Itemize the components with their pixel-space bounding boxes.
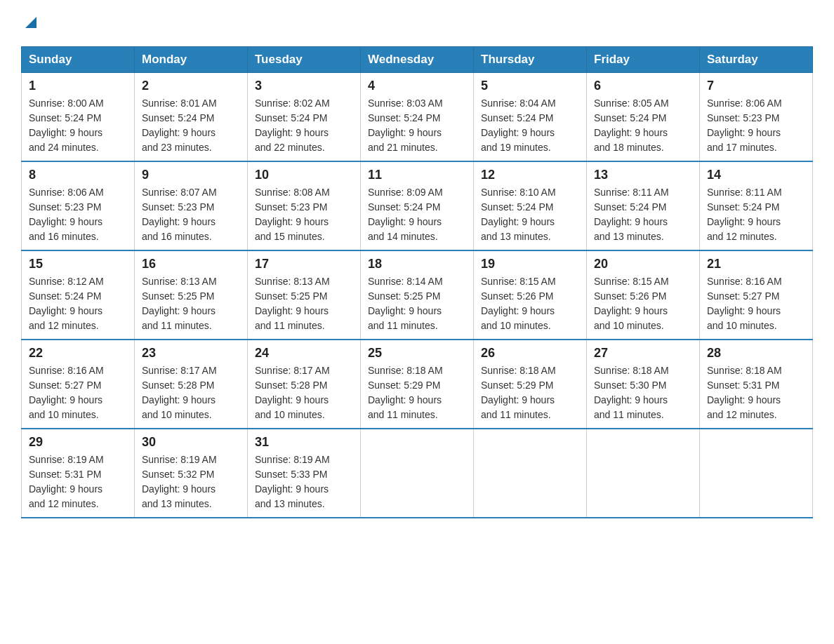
day-number: 28 [707, 346, 805, 361]
weekday-header-row: SundayMondayTuesdayWednesdayThursdayFrid… [22, 47, 813, 73]
day-info: Sunrise: 8:07 AMSunset: 5:23 PMDaylight:… [142, 185, 240, 244]
day-number: 31 [255, 435, 353, 450]
day-number: 26 [481, 346, 579, 361]
day-number: 17 [255, 257, 353, 271]
day-info: Sunrise: 8:13 AMSunset: 5:25 PMDaylight:… [255, 274, 353, 333]
day-info: Sunrise: 8:03 AMSunset: 5:24 PMDaylight:… [368, 96, 466, 155]
calendar-cell [474, 429, 587, 518]
calendar-cell [361, 429, 474, 518]
calendar-week-row: 29Sunrise: 8:19 AMSunset: 5:31 PMDayligh… [22, 429, 813, 518]
day-number: 6 [594, 79, 692, 93]
weekday-header-monday: Monday [135, 47, 248, 73]
svg-marker-0 [25, 17, 37, 28]
day-info: Sunrise: 8:01 AMSunset: 5:24 PMDaylight:… [142, 96, 240, 155]
day-number: 2 [142, 79, 240, 93]
page-header [21, 14, 813, 32]
day-info: Sunrise: 8:19 AMSunset: 5:31 PMDaylight:… [29, 452, 127, 511]
calendar-cell [700, 429, 813, 518]
calendar-cell [587, 429, 700, 518]
calendar-cell: 25Sunrise: 8:18 AMSunset: 5:29 PMDayligh… [361, 340, 474, 429]
day-number: 21 [707, 257, 805, 271]
calendar-cell: 28Sunrise: 8:18 AMSunset: 5:31 PMDayligh… [700, 340, 813, 429]
calendar-cell: 1Sunrise: 8:00 AMSunset: 5:24 PMDaylight… [22, 73, 135, 162]
day-number: 29 [29, 435, 127, 450]
day-number: 16 [142, 257, 240, 271]
calendar-week-row: 15Sunrise: 8:12 AMSunset: 5:24 PMDayligh… [22, 250, 813, 340]
day-number: 27 [594, 346, 692, 361]
calendar-cell: 26Sunrise: 8:18 AMSunset: 5:29 PMDayligh… [474, 340, 587, 429]
day-number: 18 [368, 257, 466, 271]
day-number: 19 [481, 257, 579, 271]
calendar-cell: 23Sunrise: 8:17 AMSunset: 5:28 PMDayligh… [135, 340, 248, 429]
day-number: 20 [594, 257, 692, 271]
calendar-cell: 6Sunrise: 8:05 AMSunset: 5:24 PMDaylight… [587, 73, 700, 162]
calendar-cell: 2Sunrise: 8:01 AMSunset: 5:24 PMDaylight… [135, 73, 248, 162]
day-number: 15 [29, 257, 127, 271]
day-info: Sunrise: 8:14 AMSunset: 5:25 PMDaylight:… [368, 274, 466, 333]
day-number: 1 [29, 79, 127, 93]
calendar-cell: 8Sunrise: 8:06 AMSunset: 5:23 PMDaylight… [22, 161, 135, 250]
day-info: Sunrise: 8:17 AMSunset: 5:28 PMDaylight:… [255, 363, 353, 422]
calendar-cell: 20Sunrise: 8:15 AMSunset: 5:26 PMDayligh… [587, 250, 700, 340]
calendar-cell: 15Sunrise: 8:12 AMSunset: 5:24 PMDayligh… [22, 250, 135, 340]
calendar-cell: 18Sunrise: 8:14 AMSunset: 5:25 PMDayligh… [361, 250, 474, 340]
calendar-cell: 22Sunrise: 8:16 AMSunset: 5:27 PMDayligh… [22, 340, 135, 429]
calendar-cell: 19Sunrise: 8:15 AMSunset: 5:26 PMDayligh… [474, 250, 587, 340]
weekday-header-saturday: Saturday [700, 47, 813, 73]
day-info: Sunrise: 8:18 AMSunset: 5:29 PMDaylight:… [368, 363, 466, 422]
calendar-week-row: 22Sunrise: 8:16 AMSunset: 5:27 PMDayligh… [22, 340, 813, 429]
day-info: Sunrise: 8:15 AMSunset: 5:26 PMDaylight:… [481, 274, 579, 333]
day-info: Sunrise: 8:02 AMSunset: 5:24 PMDaylight:… [255, 96, 353, 155]
day-info: Sunrise: 8:11 AMSunset: 5:24 PMDaylight:… [594, 185, 692, 244]
calendar-cell: 7Sunrise: 8:06 AMSunset: 5:23 PMDaylight… [700, 73, 813, 162]
day-number: 22 [29, 346, 127, 361]
calendar-cell: 10Sunrise: 8:08 AMSunset: 5:23 PMDayligh… [248, 161, 361, 250]
day-number: 7 [707, 79, 805, 93]
day-number: 9 [142, 168, 240, 182]
day-info: Sunrise: 8:18 AMSunset: 5:30 PMDaylight:… [594, 363, 692, 422]
calendar-cell: 27Sunrise: 8:18 AMSunset: 5:30 PMDayligh… [587, 340, 700, 429]
day-info: Sunrise: 8:05 AMSunset: 5:24 PMDaylight:… [594, 96, 692, 155]
calendar-cell: 29Sunrise: 8:19 AMSunset: 5:31 PMDayligh… [22, 429, 135, 518]
day-number: 10 [255, 168, 353, 182]
weekday-header-sunday: Sunday [22, 47, 135, 73]
calendar-cell: 3Sunrise: 8:02 AMSunset: 5:24 PMDaylight… [248, 73, 361, 162]
weekday-header-friday: Friday [587, 47, 700, 73]
calendar-week-row: 8Sunrise: 8:06 AMSunset: 5:23 PMDaylight… [22, 161, 813, 250]
calendar-cell: 11Sunrise: 8:09 AMSunset: 5:24 PMDayligh… [361, 161, 474, 250]
day-info: Sunrise: 8:06 AMSunset: 5:23 PMDaylight:… [707, 96, 805, 155]
calendar-cell: 16Sunrise: 8:13 AMSunset: 5:25 PMDayligh… [135, 250, 248, 340]
day-info: Sunrise: 8:16 AMSunset: 5:27 PMDaylight:… [29, 363, 127, 422]
day-info: Sunrise: 8:08 AMSunset: 5:23 PMDaylight:… [255, 185, 353, 244]
day-number: 30 [142, 435, 240, 450]
day-number: 23 [142, 346, 240, 361]
day-number: 24 [255, 346, 353, 361]
day-info: Sunrise: 8:10 AMSunset: 5:24 PMDaylight:… [481, 185, 579, 244]
day-info: Sunrise: 8:19 AMSunset: 5:32 PMDaylight:… [142, 452, 240, 511]
day-info: Sunrise: 8:00 AMSunset: 5:24 PMDaylight:… [29, 96, 127, 155]
logo-triangle-icon [22, 14, 39, 31]
day-info: Sunrise: 8:09 AMSunset: 5:24 PMDaylight:… [368, 185, 466, 244]
day-info: Sunrise: 8:13 AMSunset: 5:25 PMDaylight:… [142, 274, 240, 333]
day-number: 25 [368, 346, 466, 361]
calendar-cell: 14Sunrise: 8:11 AMSunset: 5:24 PMDayligh… [700, 161, 813, 250]
day-number: 4 [368, 79, 466, 93]
day-info: Sunrise: 8:17 AMSunset: 5:28 PMDaylight:… [142, 363, 240, 422]
day-number: 8 [29, 168, 127, 182]
day-number: 14 [707, 168, 805, 182]
calendar-cell: 31Sunrise: 8:19 AMSunset: 5:33 PMDayligh… [248, 429, 361, 518]
day-number: 13 [594, 168, 692, 182]
day-info: Sunrise: 8:15 AMSunset: 5:26 PMDaylight:… [594, 274, 692, 333]
calendar-cell: 4Sunrise: 8:03 AMSunset: 5:24 PMDaylight… [361, 73, 474, 162]
day-info: Sunrise: 8:18 AMSunset: 5:31 PMDaylight:… [707, 363, 805, 422]
calendar-cell: 21Sunrise: 8:16 AMSunset: 5:27 PMDayligh… [700, 250, 813, 340]
day-number: 11 [368, 168, 466, 182]
weekday-header-wednesday: Wednesday [361, 47, 474, 73]
weekday-header-tuesday: Tuesday [248, 47, 361, 73]
weekday-header-thursday: Thursday [474, 47, 587, 73]
day-number: 3 [255, 79, 353, 93]
calendar-cell: 9Sunrise: 8:07 AMSunset: 5:23 PMDaylight… [135, 161, 248, 250]
day-info: Sunrise: 8:19 AMSunset: 5:33 PMDaylight:… [255, 452, 353, 511]
calendar-cell: 17Sunrise: 8:13 AMSunset: 5:25 PMDayligh… [248, 250, 361, 340]
day-info: Sunrise: 8:04 AMSunset: 5:24 PMDaylight:… [481, 96, 579, 155]
